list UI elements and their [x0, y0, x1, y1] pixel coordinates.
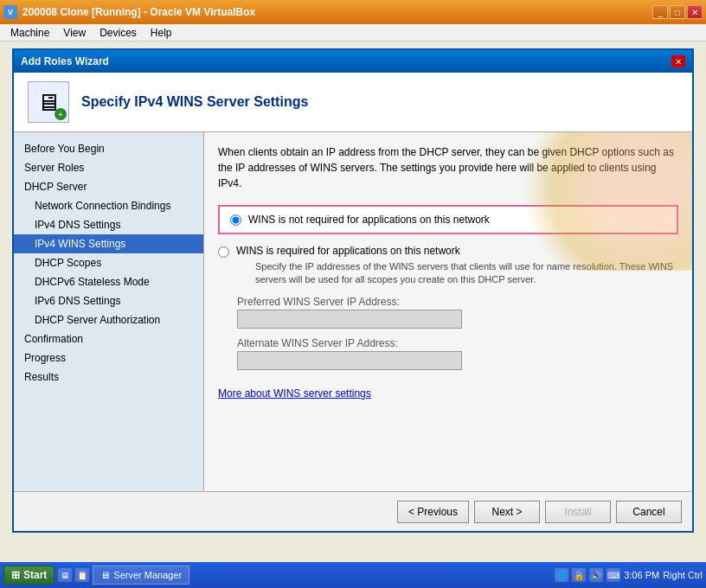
- window-title: 200008 Clone [Running] - Oracle VM Virtu…: [22, 6, 255, 18]
- wins-not-required-label: WINS is not required for applications on…: [248, 214, 490, 226]
- plus-badge-icon: +: [55, 108, 67, 120]
- dialog-footer: < Previous Next > Install Cancel: [14, 491, 692, 531]
- start-icon: ⊞: [11, 569, 20, 581]
- sidebar-item-dhcp-server[interactable]: DHCP Server: [14, 177, 203, 196]
- taskbar-icon-2: 📋: [75, 568, 89, 582]
- vbox-window: Add Roles Wizard ✕ 🖥 + Specify IPv4 WINS…: [0, 42, 706, 562]
- wins-required-radio[interactable]: [218, 246, 229, 258]
- wins-not-required-radio[interactable]: [230, 214, 241, 226]
- sidebar-item-progress[interactable]: Progress: [14, 348, 203, 368]
- sidebar-item-results[interactable]: Results: [14, 368, 203, 387]
- menu-machine[interactable]: Machine: [3, 25, 56, 41]
- sidebar-item-confirmation[interactable]: Confirmation: [14, 329, 203, 348]
- alternate-wins-input[interactable]: [237, 351, 462, 370]
- add-roles-wizard-dialog: Add Roles Wizard ✕ 🖥 + Specify IPv4 WINS…: [12, 48, 694, 533]
- previous-button[interactable]: < Previous: [397, 501, 469, 523]
- bear-watermark: [519, 132, 692, 271]
- sidebar-item-ipv4-wins-settings[interactable]: IPv4 WINS Settings: [14, 234, 203, 253]
- dialog-title-bar: Add Roles Wizard ✕: [14, 50, 692, 73]
- server-manager-label: Server Manager: [113, 570, 182, 580]
- menu-view[interactable]: View: [56, 25, 93, 41]
- sidebar-item-dhcp-scopes[interactable]: DHCP Scopes: [14, 253, 203, 272]
- sidebar-item-server-roles[interactable]: Server Roles: [14, 158, 203, 177]
- taskbar-icon-1: 🖥: [58, 568, 72, 582]
- dialog-title: Add Roles Wizard: [21, 55, 109, 67]
- sidebar-item-before-you-begin[interactable]: Before You Begin: [14, 139, 203, 158]
- preferred-wins-input[interactable]: [237, 310, 462, 329]
- wizard-sidebar: Before You Begin Server Roles DHCP Serve…: [14, 132, 204, 491]
- sidebar-item-ipv4-dns-settings[interactable]: IPv4 DNS Settings: [14, 215, 203, 234]
- taskbar: ⊞ Start 🖥 📋 🖥 Server Manager 🌐 🔒 🔊 ⌨ 3:0…: [0, 562, 706, 588]
- tray-sound-icon: 🔊: [589, 568, 603, 582]
- dialog-heading: Specify IPv4 WINS Server Settings: [81, 94, 308, 110]
- content-area: When clients obtain an IP address from t…: [204, 132, 692, 491]
- menu-devices[interactable]: Devices: [93, 25, 144, 41]
- server-manager-icon: 🖥: [100, 570, 110, 580]
- tray-network-icon: 🌐: [555, 568, 568, 582]
- server-manager-taskbar-item[interactable]: 🖥 Server Manager: [93, 566, 189, 585]
- start-button[interactable]: ⊞ Start: [3, 566, 55, 585]
- alternate-wins-label: Alternate WINS Server IP Address:: [218, 337, 678, 349]
- clock: 3:06 PM: [624, 570, 659, 580]
- tray-shield-icon: 🔒: [572, 568, 586, 582]
- right-ctrl-label: Right Ctrl: [663, 570, 703, 580]
- dialog-header-icon: 🖥 +: [28, 81, 69, 123]
- app-icon: V: [3, 5, 17, 19]
- wins-required-label: WINS is required for applications on thi…: [236, 245, 460, 257]
- start-label: Start: [23, 569, 47, 581]
- tray-keyboard-icon: ⌨: [607, 568, 620, 582]
- window-controls: _ □ ✕: [652, 5, 703, 19]
- cancel-button[interactable]: Cancel: [616, 501, 682, 523]
- dialog-body: Before You Begin Server Roles DHCP Serve…: [14, 132, 692, 491]
- next-button[interactable]: Next >: [474, 501, 540, 523]
- title-bar: V 200008 Clone [Running] - Oracle VM Vir…: [0, 0, 706, 24]
- preferred-wins-label: Preferred WINS Server IP Address:: [218, 296, 678, 308]
- menu-help[interactable]: Help: [144, 25, 179, 41]
- menu-bar: Machine View Devices Help: [0, 24, 706, 42]
- title-bar-left: V 200008 Clone [Running] - Oracle VM Vir…: [3, 5, 255, 19]
- dialog-header: 🖥 + Specify IPv4 WINS Server Settings: [14, 73, 692, 132]
- sidebar-item-dhcp-server-authorization[interactable]: DHCP Server Authorization: [14, 310, 203, 329]
- sidebar-item-network-connection-bindings[interactable]: Network Connection Bindings: [14, 196, 203, 215]
- install-button[interactable]: Install: [545, 501, 611, 523]
- minimize-button[interactable]: _: [652, 5, 668, 19]
- taskbar-right: 🌐 🔒 🔊 ⌨ 3:06 PM Right Ctrl: [555, 568, 703, 582]
- dialog-close-button[interactable]: ✕: [671, 55, 685, 67]
- sidebar-item-ipv6-dns-settings[interactable]: IPv6 DNS Settings: [14, 291, 203, 310]
- maximize-button[interactable]: □: [670, 5, 685, 19]
- close-button[interactable]: ✕: [687, 5, 703, 19]
- more-about-wins-link[interactable]: More about WINS server settings: [218, 387, 371, 399]
- sidebar-item-dhcpv6-stateless-mode[interactable]: DHCPv6 Stateless Mode: [14, 272, 203, 291]
- taskbar-left: ⊞ Start 🖥 📋 🖥 Server Manager: [3, 566, 189, 585]
